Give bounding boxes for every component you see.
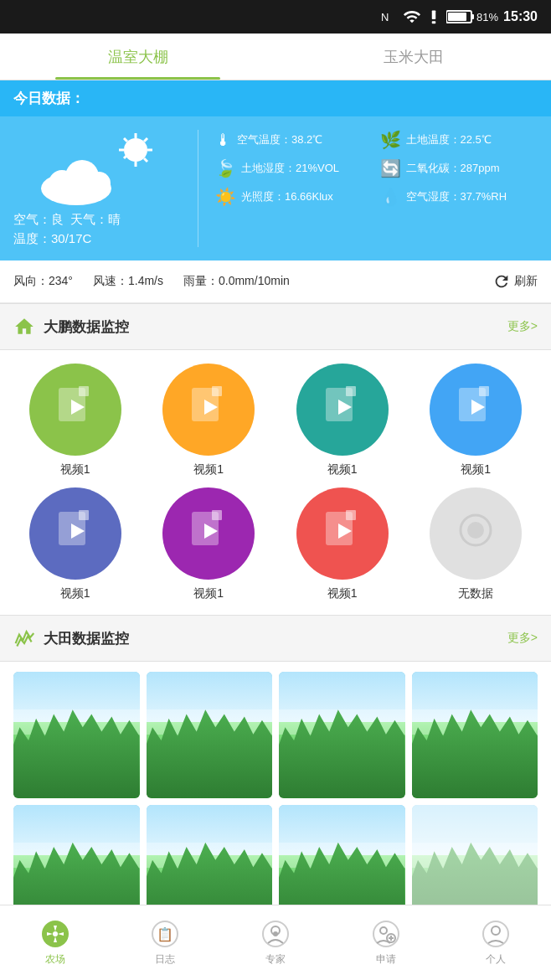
svg-text:N: N: [381, 11, 389, 23]
weather-right: 🌡 空气温度：38.2℃ 🌿 土地温度：22.5℃ 🍃 土地湿度：21%VOL …: [215, 130, 538, 247]
field-thumb-8[interactable]: [412, 805, 538, 905]
svg-rect-36: [212, 510, 222, 520]
svg-line-13: [144, 138, 147, 142]
no-data-icon: [454, 510, 497, 557]
weather-desc: 空气：良 天气：晴 温度：30/17C: [13, 212, 181, 247]
light-value: 光照度：16.66Klux: [241, 189, 333, 204]
field-image-grid: [0, 662, 551, 905]
weather-divider: [198, 130, 198, 247]
video-item-6[interactable]: 视频1: [147, 487, 271, 601]
soil-moisture-item: 🍃 土地湿度：21%VOL: [215, 158, 373, 178]
apply-nav-icon: [371, 919, 401, 949]
wind-row: 风向：234° 风速：1.4m/s 雨量：0.0mm/10min 刷新: [0, 260, 551, 303]
video-circle-2: [162, 364, 255, 456]
video-item-4[interactable]: 视频1: [415, 364, 538, 477]
field-thumb-1[interactable]: [13, 672, 140, 798]
bottom-nav: 农场 📋 日志 专家: [0, 905, 551, 980]
video-circle-6: [162, 487, 255, 580]
video-grid: 视频1 视频1 视频1: [0, 350, 551, 615]
video-circle-4: [430, 364, 522, 456]
svg-point-43: [53, 931, 58, 936]
video-item-2[interactable]: 视频1: [147, 364, 271, 477]
video-label-2: 视频1: [193, 462, 224, 477]
video-circle-8: [430, 487, 522, 580]
video-item-1[interactable]: 视频1: [13, 364, 137, 477]
video-circle-1: [29, 364, 121, 456]
humidity-icon: 💧: [380, 187, 401, 207]
field-thumb-6[interactable]: [147, 805, 273, 905]
video-item-8[interactable]: 无数据: [415, 487, 538, 601]
field-icon: [13, 627, 35, 649]
nav-expert[interactable]: 专家: [220, 905, 331, 980]
svg-line-12: [144, 158, 147, 162]
video-item-3[interactable]: 视频1: [281, 364, 404, 477]
svg-point-48: [273, 931, 278, 936]
soil-temp-value: 土地温度：22.5℃: [406, 132, 492, 147]
svg-text:📋: 📋: [157, 926, 173, 942]
svg-rect-1: [432, 11, 436, 20]
weather-section: 今日数据：: [0, 80, 551, 260]
nav-journal[interactable]: 📋 日志: [111, 905, 221, 980]
video-file-icon-1: [54, 386, 97, 433]
field-thumb-7[interactable]: [279, 805, 405, 905]
personal-nav-label: 个人: [486, 952, 506, 967]
tab-cornfield[interactable]: 玉米大田: [276, 34, 551, 80]
video-label-7: 视频1: [327, 586, 358, 601]
moisture-icon: 🍃: [215, 158, 236, 178]
wind-speed-label: 风速：1.4m/s: [93, 274, 163, 289]
battery-indicator: 81%: [446, 9, 498, 24]
svg-rect-4: [471, 14, 474, 19]
temp-label: 温度：30/17C: [13, 231, 181, 247]
video-label-8: 无数据: [458, 586, 493, 601]
field-thumb-2[interactable]: [147, 672, 273, 798]
video-file-icon-7: [321, 510, 364, 557]
svg-point-50: [380, 927, 387, 934]
field-thumb-4[interactable]: [412, 672, 538, 798]
svg-rect-5: [448, 13, 466, 21]
nav-farm[interactable]: 农场: [0, 905, 111, 980]
tab-greenhouse[interactable]: 温室大棚: [0, 34, 276, 80]
air-temp-value: 空气温度：38.2℃: [237, 132, 322, 147]
video-circle-5: [29, 487, 121, 580]
battery-icon: [446, 9, 475, 24]
field-thumb-5[interactable]: [13, 805, 140, 905]
cloud-icon: [39, 147, 131, 205]
video-label-3: 视频1: [327, 462, 358, 477]
datian-more-link[interactable]: 更多>: [507, 631, 538, 646]
video-circle-3: [296, 364, 389, 456]
nav-personal[interactable]: 个人: [440, 905, 551, 980]
humidity-value: 空气湿度：37.7%RH: [406, 189, 507, 204]
dapeng-more-link[interactable]: 更多>: [507, 319, 538, 334]
video-circle-7: [296, 487, 389, 580]
light-item: ☀️ 光照度：16.66Klux: [215, 187, 373, 207]
video-label-4: 视频1: [461, 462, 491, 477]
dapeng-title: 大鹏数据监控: [44, 317, 129, 337]
weather-row-3: ☀️ 光照度：16.66Klux 💧 空气湿度：37.7%RH: [215, 187, 538, 207]
air-humidity-item: 💧 空气湿度：37.7%RH: [380, 187, 538, 207]
time-display: 15:30: [503, 9, 538, 24]
soil-moisture-value: 土地湿度：21%VOL: [241, 161, 339, 176]
datian-title: 大田数据监控: [44, 629, 129, 648]
alert-icon: [426, 8, 441, 26]
expert-nav-label: 专家: [265, 952, 286, 967]
nav-apply[interactable]: 申请: [331, 905, 441, 980]
svg-rect-2: [432, 21, 436, 23]
journal-nav-icon: 📋: [150, 919, 180, 949]
co2-icon: 🔄: [380, 158, 401, 178]
dapeng-section-header: 大鹏数据监控 更多>: [0, 303, 551, 350]
video-file-icon-4: [454, 386, 497, 433]
status-bar: N 81% 15:30: [0, 0, 551, 34]
video-item-5[interactable]: 视频1: [13, 487, 137, 601]
refresh-button[interactable]: 刷新: [492, 272, 538, 291]
video-item-7[interactable]: 视频1: [281, 487, 404, 601]
weather-icon-area: [39, 130, 156, 205]
air-temp-item: 🌡 空气温度：38.2℃: [215, 130, 373, 150]
co2-item: 🔄 二氧化碳：287ppm: [380, 158, 538, 178]
field-thumb-3[interactable]: [279, 672, 405, 798]
top-tab-bar: 温室大棚 玉米大田: [0, 34, 551, 80]
svg-rect-21: [79, 386, 89, 396]
today-header: 今日数据：: [0, 80, 551, 116]
weather-row-2: 🍃 土地湿度：21%VOL 🔄 二氧化碳：287ppm: [215, 158, 538, 178]
svg-point-18: [87, 172, 111, 195]
svg-line-11: [124, 138, 127, 142]
